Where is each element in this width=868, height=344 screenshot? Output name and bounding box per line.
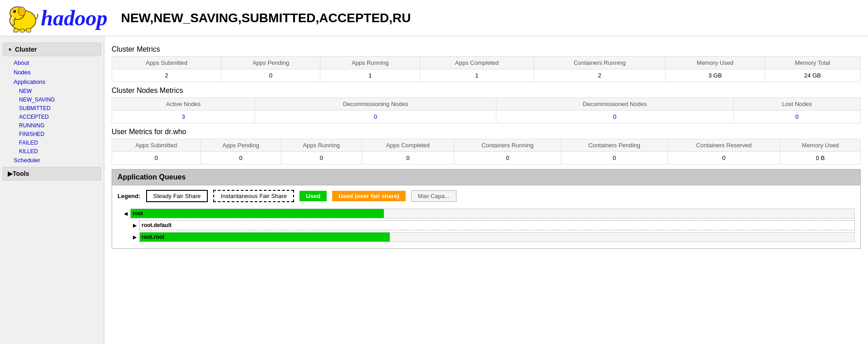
queue-toggle-root[interactable]: ◀ [122,211,129,217]
svg-rect-7 [26,29,31,32]
about-link[interactable]: About [14,59,29,66]
col-u-containers-pending: Containers Pending [561,139,668,152]
scheduler-link[interactable]: Scheduler [14,157,40,164]
col-u-containers-running: Containers Running [454,139,561,152]
cluster-nodes-metrics-table: Active Nodes Decommissioning Nodes Decom… [112,97,861,123]
val-u-apps-pending: 0 [201,152,281,165]
col-apps-completed: Apps Completed [420,57,534,69]
applications-link[interactable]: Applications [14,78,45,85]
logo-text: hadoop [41,5,108,30]
decommissioning-nodes-link[interactable]: 0 [374,113,377,120]
running-link[interactable]: RUNNING [19,122,44,129]
col-u-apps-submitted: Apps Submitted [112,139,201,152]
queue-bar-default[interactable]: root.default [139,220,855,230]
legend-label: Legend: [118,193,141,199]
submitted-link[interactable]: SUBMITTED [19,105,50,111]
nodes-link[interactable]: Nodes [14,69,31,76]
legend-used: Used [299,191,327,201]
cluster-nodes-header-row: Active Nodes Decommissioning Nodes Decom… [112,98,861,111]
cluster-section-header[interactable]: ▼ Cluster [3,43,101,56]
tools-section-header[interactable]: ▶ Tools [3,167,101,180]
sidebar-item-applications[interactable]: Applications [9,77,104,87]
val-apps-running: 1 [320,69,420,82]
sidebar-item-about[interactable]: About [9,58,104,68]
queue-bar-root[interactable]: root [130,208,855,218]
col-u-containers-reserved: Containers Reserved [667,139,780,152]
val-u-apps-completed: 0 [362,152,454,165]
col-apps-pending: Apps Pending [221,57,320,69]
cluster-metrics-title: Cluster Metrics [112,45,861,53]
val-apps-submitted: 2 [112,69,221,82]
new-saving-link[interactable]: NEW_SAVING [19,97,55,103]
sidebar-item-running[interactable]: RUNNING [16,121,104,130]
queue-toggle-rootroot[interactable]: ▶ [131,234,138,240]
killed-link[interactable]: KILLED [19,148,38,155]
app-sub-items: NEW NEW_SAVING SUBMITTED ACCEPTED RUNNIN… [9,87,104,155]
tools-arrow-icon: ▶ [8,170,13,177]
sidebar-item-new[interactable]: NEW [16,87,104,95]
val-apps-pending: 0 [221,69,320,82]
val-u-containers-running: 0 [454,152,561,165]
legend-row: Legend: Steady Fair Share Instantaneous … [118,190,855,202]
val-containers-running: 2 [534,69,666,82]
val-memory-used: 3 GB [666,69,765,82]
col-apps-running: Apps Running [320,57,420,69]
col-lost-nodes: Lost Nodes [733,98,860,111]
col-u-memory-used: Memory Used [780,139,861,152]
cluster-metrics-table: Apps Submitted Apps Pending Apps Running… [112,56,861,82]
svg-point-4 [14,10,15,11]
col-u-apps-running: Apps Running [281,139,362,152]
new-link[interactable]: NEW [19,88,32,94]
legend-max-capacity: Max Capa... [411,190,456,202]
sidebar-item-nodes[interactable]: Nodes [9,68,104,77]
app-queues-section: Application Queues Legend: Steady Fair S… [112,169,861,249]
main-layout: ▼ Cluster About Nodes Applications NEW N… [0,36,868,344]
accepted-link[interactable]: ACCEPTED [19,114,49,120]
sidebar-item-failed[interactable]: FAILED [16,138,104,147]
sidebar-item-new-saving[interactable]: NEW_SAVING [16,95,104,104]
svg-rect-5 [14,29,18,32]
failed-link[interactable]: FAILED [19,140,38,146]
val-lost-nodes: 0 [733,111,860,123]
app-queues-header: Application Queues [112,169,861,185]
app-queues-body: Legend: Steady Fair Share Instantaneous … [112,185,861,249]
sidebar-item-submitted[interactable]: SUBMITTED [16,104,104,112]
sidebar-item-accepted[interactable]: ACCEPTED [16,112,104,121]
finished-link[interactable]: FINISHED [19,131,44,137]
val-decommissioning-nodes: 0 [255,111,496,123]
col-u-apps-completed: Apps Completed [362,139,454,152]
cluster-metrics-data-row: 2 0 1 1 2 3 GB 24 GB [112,69,861,82]
user-metrics-header-row: Apps Submitted Apps Pending Apps Running… [112,139,861,152]
active-nodes-link[interactable]: 3 [181,113,185,120]
sidebar-item-finished[interactable]: FINISHED [16,130,104,138]
main-content: Cluster Metrics Apps Submitted Apps Pend… [104,36,868,344]
val-u-apps-submitted: 0 [112,152,201,165]
col-u-apps-pending: Apps Pending [201,139,281,152]
sidebar: ▼ Cluster About Nodes Applications NEW N… [0,36,104,344]
decommissioned-nodes-link[interactable]: 0 [613,113,616,120]
col-decommissioned-nodes: Decommissioned Nodes [496,98,734,111]
hadoop-logo-icon [7,3,39,33]
queue-toggle-default[interactable]: ▶ [131,223,138,228]
lost-nodes-link[interactable]: 0 [795,113,799,120]
cluster-nodes-metrics-title: Cluster Nodes Metrics [112,87,861,95]
col-memory-used: Memory Used [666,57,765,69]
user-metrics-title: User Metrics for dr.who [112,128,861,136]
val-active-nodes: 3 [112,111,255,123]
queue-bar-fill-root [131,209,384,218]
val-u-containers-reserved: 0 [667,152,780,165]
sidebar-item-killed[interactable]: KILLED [16,147,104,155]
logo-area: hadoop [7,3,108,33]
queue-row-root-root: ▶ root.root [118,232,855,242]
queue-bar-rootroot[interactable]: root.root [139,232,855,242]
legend-instantaneous-fair-share: Instantaneous Fair Share [213,190,294,202]
svg-point-2 [18,7,25,16]
sidebar-item-scheduler[interactable]: Scheduler [9,155,104,165]
legend-steady-fair-share: Steady Fair Share [146,190,208,202]
user-metrics-table: Apps Submitted Apps Pending Apps Running… [112,139,861,165]
page-title-area: NEW,NEW_SAVING,SUBMITTED,ACCEPTED,RU [108,11,861,25]
cluster-arrow-icon: ▼ [8,47,12,52]
cluster-label: Cluster [15,46,37,53]
val-memory-total: 24 GB [765,69,860,82]
queue-bar-text-root: root [132,209,143,218]
